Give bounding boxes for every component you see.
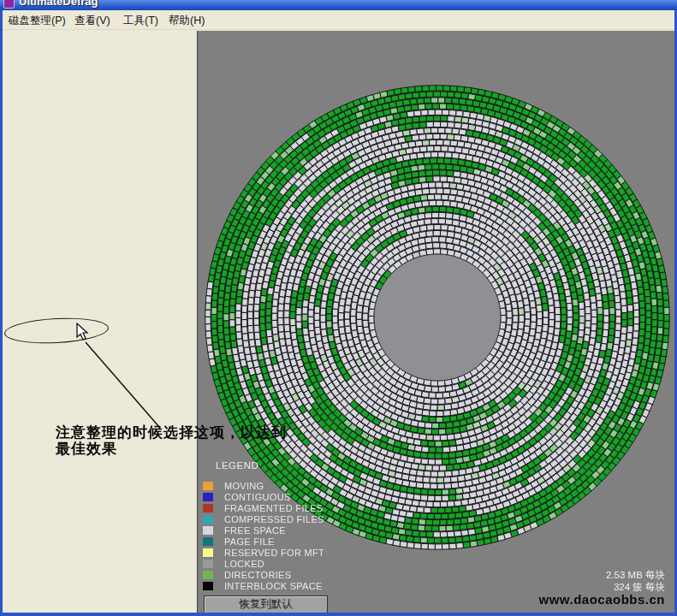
menu-view[interactable]: 查看(V) [74, 14, 110, 28]
menu-help[interactable]: 帮助(H) [169, 14, 205, 28]
window-border-bottom [0, 613, 677, 616]
locked-swatch [203, 560, 213, 568]
moving-swatch [203, 482, 213, 490]
contiguous-swatch [203, 493, 213, 501]
pagefile-swatch [203, 537, 213, 546]
restore-default-button[interactable]: 恢复到默认 [204, 595, 328, 613]
app-icon [3, 0, 15, 9]
legend-title: LEGEND [216, 460, 258, 471]
block-size-info: 2.53 MB 每块 [494, 569, 665, 582]
watermark-url: www.daocaobbs.cn [494, 592, 665, 607]
title-bar[interactable]: UltimateDefrag [0, 0, 677, 10]
interblock-swatch [203, 582, 213, 590]
menu-defrag[interactable]: 磁盘整理(P) [9, 14, 66, 28]
window-border-left [0, 0, 3, 616]
window-title: UltimateDefrag [19, 0, 98, 8]
menu-tools[interactable]: 工具(T) [123, 14, 158, 28]
directories-swatch [203, 571, 213, 579]
compressed-swatch [203, 515, 213, 524]
mft-swatch [203, 548, 213, 557]
freespace-swatch [203, 526, 213, 535]
menu-bar: 磁盘整理(P) 查看(V) 工具(T) 帮助(H) [3, 10, 674, 30]
annotation-note: 注意整理的时候选择这项，以达到 最佳效果 [56, 424, 312, 457]
fragmented-swatch [203, 504, 213, 512]
annotation-line2: 最佳效果 [56, 441, 312, 457]
annotation-line1: 注意整理的时候选择这项，以达到 [56, 424, 312, 441]
ultimatedefrag-window: { "window": { "title": "UltimateDefrag",… [0, 0, 677, 616]
